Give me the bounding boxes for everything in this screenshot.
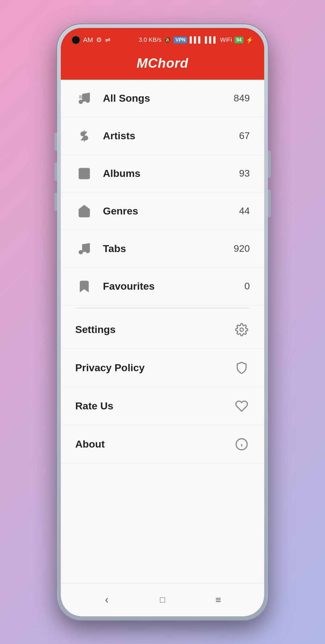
phone-frame: AM ⚙ ⇌ 3.0 KB/s 🔕 VPN ▌▌▌ ▌▌▌ WiFi 94 ⚡ … (57, 24, 268, 620)
home-icon: □ (160, 595, 165, 605)
all-songs-icon (75, 89, 93, 107)
genres-icon (75, 202, 93, 220)
privacy-policy-label: Privacy Policy (75, 362, 234, 374)
signal-icon2: ▌▌▌ (205, 36, 218, 43)
svg-point-1 (86, 99, 90, 102)
tabs-icon (75, 240, 93, 258)
status-icons: ⚙ (96, 36, 102, 44)
camera-icon (72, 36, 80, 44)
menu-item-tabs[interactable]: Tabs 920 (61, 230, 264, 268)
phone-screen: AM ⚙ ⇌ 3.0 KB/s 🔕 VPN ▌▌▌ ▌▌▌ WiFi 94 ⚡ … (61, 28, 264, 616)
app-header: MChord (61, 50, 264, 80)
tabs-label: Tabs (103, 243, 228, 254)
battery-indicator: 94 (234, 37, 243, 43)
menu-item-about[interactable]: About (61, 425, 264, 464)
favourites-icon (75, 277, 93, 295)
favourites-label: Favourites (103, 280, 238, 292)
menu-item-all-songs[interactable]: All Songs 849 (61, 80, 264, 117)
bottom-nav: ‹ □ ≡ (61, 583, 264, 616)
settings-label: Settings (75, 324, 234, 335)
rate-us-label: Rate Us (75, 400, 234, 412)
svg-point-8 (79, 250, 83, 254)
menu-item-albums[interactable]: Albums 93 (61, 155, 264, 193)
favourites-count: 0 (244, 281, 250, 292)
svg-point-9 (86, 249, 90, 253)
vpn-badge: VPN (174, 37, 187, 43)
menu-item-privacy-policy[interactable]: Privacy Policy (61, 349, 264, 387)
menu-button[interactable]: ≡ (206, 588, 230, 612)
heart-icon (234, 398, 250, 414)
menu-item-rate-us[interactable]: Rate Us (61, 387, 264, 425)
artists-label: Artists (103, 130, 233, 142)
menu-item-favourites[interactable]: Favourites 0 (61, 268, 264, 305)
mute-icon: 🔕 (164, 36, 171, 44)
wifi-icon: WiFi (220, 36, 232, 43)
charging-icon: ⚡ (246, 36, 253, 44)
home-button[interactable]: □ (150, 588, 175, 612)
status-time: AM (83, 36, 93, 44)
section-divider (75, 308, 250, 308)
albums-icon (75, 165, 93, 183)
albums-count: 93 (239, 168, 250, 179)
about-label: About (75, 438, 234, 450)
all-songs-count: 849 (234, 93, 250, 104)
menu-list: All Songs 849 Artists 67 (61, 80, 264, 583)
menu-item-settings[interactable]: Settings (61, 311, 264, 349)
gear-icon (234, 322, 250, 338)
menu-item-artists[interactable]: Artists 67 (61, 117, 264, 155)
svg-point-6 (85, 174, 88, 177)
status-bar: AM ⚙ ⇌ 3.0 KB/s 🔕 VPN ▌▌▌ ▌▌▌ WiFi 94 ⚡ (61, 28, 264, 50)
app-title: MChord (137, 56, 188, 70)
status-left: AM ⚙ ⇌ (72, 36, 110, 44)
status-right: 3.0 KB/s 🔕 VPN ▌▌▌ ▌▌▌ WiFi 94 ⚡ (139, 36, 253, 44)
info-icon (234, 436, 250, 452)
svg-point-10 (240, 328, 243, 331)
artists-icon (75, 127, 93, 145)
svg-point-0 (79, 100, 83, 103)
network-speed: 3.0 KB/s (139, 36, 162, 43)
status-wifi-icon: ⇌ (105, 36, 110, 44)
menu-item-genres[interactable]: Genres 44 (61, 193, 264, 230)
app-screen: AM ⚙ ⇌ 3.0 KB/s 🔕 VPN ▌▌▌ ▌▌▌ WiFi 94 ⚡ … (61, 28, 264, 616)
genres-label: Genres (103, 205, 233, 217)
back-button[interactable]: ‹ (95, 588, 119, 612)
all-songs-label: All Songs (103, 92, 228, 104)
back-icon: ‹ (105, 593, 109, 606)
artists-count: 67 (239, 130, 250, 141)
signal-icon1: ▌▌▌ (190, 36, 203, 43)
genres-count: 44 (239, 205, 250, 217)
shield-icon (234, 360, 250, 376)
tabs-count: 920 (234, 243, 250, 254)
albums-label: Albums (103, 168, 233, 179)
menu-icon: ≡ (215, 594, 221, 605)
svg-point-7 (83, 207, 85, 209)
